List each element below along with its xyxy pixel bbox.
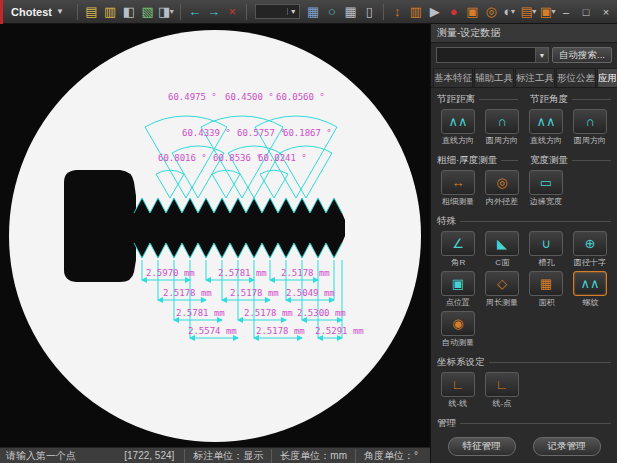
measure-height-icon[interactable]: ↕: [389, 3, 406, 21]
area-button[interactable]: ▦ 面积: [524, 271, 568, 309]
cursor-coordinates: [1722, 524]: [114, 450, 184, 461]
feature-select-combobox[interactable]: ▼: [436, 47, 549, 63]
special-buttons-row1: ∠ 角R ◣ C面 ∪ 槽孔 ⊕ 圆径十字: [431, 231, 617, 271]
chamfer-icon: ◣: [485, 231, 519, 256]
bars-icon[interactable]: ▥: [408, 3, 425, 21]
edge-width-button[interactable]: ▭ 边缘宽度: [524, 170, 568, 208]
auto-measure-button[interactable]: ◉ 自动测量: [436, 311, 480, 349]
window-controls: – □ ×: [559, 6, 613, 18]
line-point-button[interactable]: ∟ 线-点: [480, 372, 524, 410]
distance-measurement-label: 2.5178 mm: [256, 326, 305, 336]
feature-manage-button[interactable]: 特征管理: [448, 437, 516, 456]
angle-measurement-label: 60.0560 °: [276, 92, 325, 102]
accent-strip: [0, 0, 3, 24]
point-position-icon: ▣: [441, 271, 475, 296]
section-pitch-distance: 节距距离: [437, 93, 518, 106]
section-special: 特殊: [437, 215, 611, 228]
corner-r-button[interactable]: ∠ 角R: [436, 231, 480, 269]
thread-button[interactable]: ∧∧ 螺纹: [568, 271, 612, 309]
edit-icon[interactable]: ▧: [139, 3, 156, 21]
toolbar-separator: [383, 4, 384, 20]
magnifier-icon[interactable]: ○: [323, 3, 340, 21]
perimeter-icon: ◇: [485, 271, 519, 296]
close-button[interactable]: ×: [599, 6, 613, 18]
pitch-angle-circular-button[interactable]: ∩ 圆周方向: [568, 109, 612, 147]
measurement-canvas: [0, 24, 430, 447]
image-icon[interactable]: ▦: [305, 3, 322, 21]
undo-arrow-icon[interactable]: ←: [186, 3, 203, 21]
play-icon[interactable]: ▶: [426, 3, 443, 21]
pitch-distance-linear-button[interactable]: ∧∧ 直线方向: [436, 109, 480, 147]
snapshot-icon[interactable]: ▣: [464, 3, 481, 21]
tab-application-tools[interactable]: 应用工具: [597, 68, 617, 87]
section-pitch-angle: 节距角度: [530, 93, 611, 106]
distance-measurement-label: 2.5178 mm: [281, 268, 330, 278]
chevron-down-icon: ▼: [531, 8, 538, 15]
compass-icon[interactable]: ◐▼: [502, 3, 519, 21]
maximize-button[interactable]: □: [579, 6, 593, 18]
point-position-button[interactable]: ▣ 点位置: [436, 271, 480, 309]
delete-icon[interactable]: ×: [224, 3, 241, 21]
ruler-icon[interactable]: ▯: [361, 3, 378, 21]
edge-width-icon: ▭: [529, 170, 563, 195]
angle-measurement-label: 60.5757 °: [237, 128, 286, 138]
perimeter-button[interactable]: ◇ 周长测量: [480, 271, 524, 309]
tab-aux-tools[interactable]: 辅助工具: [474, 68, 514, 87]
minimize-button[interactable]: –: [559, 6, 573, 18]
redo-arrow-icon[interactable]: →: [205, 3, 222, 21]
open-folder-icon[interactable]: ▤: [83, 3, 100, 21]
layers-icon[interactable]: ▤▼: [520, 3, 537, 21]
linear-angle-icon: ∧∧: [529, 109, 563, 134]
app-menu-button[interactable]: Chotest ▼: [5, 0, 72, 24]
grid-icon[interactable]: ▦: [342, 3, 359, 21]
distance-measurement-label: 2.5574 mm: [188, 326, 237, 336]
thickness-icon: ↔: [441, 170, 475, 195]
save-project-icon[interactable]: ▥: [102, 3, 119, 21]
left-column: 60.4975 ° 60.4500 ° 60.0560 ° 60.4339 ° …: [0, 24, 430, 463]
film-icon[interactable]: ◧: [120, 3, 137, 21]
chevron-down-icon: ▼: [287, 8, 299, 15]
inner-outer-diameter-button[interactable]: ◎ 内外径差: [480, 170, 524, 208]
slot-hole-button[interactable]: ∪ 槽孔: [524, 231, 568, 269]
slot-icon: ∪: [529, 231, 563, 256]
pitch-angle-linear-button[interactable]: ∧∧ 直线方向: [524, 109, 568, 147]
distance-measurement-label: 2.5178 mm: [230, 288, 279, 298]
angle-measurement-label: 60.4339 °: [182, 128, 231, 138]
app-menu-label: Chotest: [11, 6, 52, 18]
distance-measurement-label: 2.5970 mm: [146, 268, 195, 278]
circle-cross-button[interactable]: ⊕ 圆径十字: [568, 231, 612, 269]
manage-buttons: 特征管理 记录管理: [431, 433, 617, 458]
distance-measurement-label: 2.5178 mm: [163, 288, 212, 298]
tab-geometric-tolerance[interactable]: 形位公差: [556, 68, 596, 87]
tab-annotation-tools[interactable]: 标注工具: [515, 68, 555, 87]
auto-search-button[interactable]: 自动搜索...: [552, 47, 612, 63]
camera-viewport[interactable]: 60.4975 ° 60.4500 ° 60.0560 ° 60.4339 ° …: [0, 24, 430, 447]
toolbar-separator: [77, 4, 78, 20]
chevron-down-icon: ▼: [509, 8, 516, 15]
angle-measurement-label: 60.8536 °: [213, 153, 262, 163]
panel-title: 测量-设定数据: [431, 24, 617, 43]
crosshair-icon: ⊕: [573, 231, 607, 256]
user-icon[interactable]: ▣▼: [540, 3, 557, 21]
pitch-distance-circular-button[interactable]: ∩ 圆周方向: [480, 109, 524, 147]
save-as-icon[interactable]: ◨▼: [158, 3, 175, 21]
linear-pitch-icon: ∧∧: [441, 109, 475, 134]
record-manage-button[interactable]: 记录管理: [533, 437, 601, 456]
section-manage: 管理: [437, 417, 611, 430]
toolbar-combobox[interactable]: ▼: [255, 4, 300, 19]
angle-measurement-label: 60.4500 °: [225, 92, 274, 102]
distance-measurement-label: 2.5049 mm: [286, 288, 335, 298]
tab-basic-features[interactable]: 基本特征: [433, 68, 473, 87]
circular-angle-icon: ∩: [573, 109, 607, 134]
c-face-button[interactable]: ◣ C面: [480, 231, 524, 269]
angle-measurement-label: 60.1867 °: [283, 128, 332, 138]
pitch-buttons: ∧∧ 直线方向 ∩ 圆周方向 ∧∧ 直线方向 ∩ 圆周方向: [431, 109, 617, 149]
section-coordinate-system: 坐标系设定: [437, 356, 611, 369]
toolbar: Chotest ▼ ▤ ▥ ◧ ▧ ◨▼ ← → × ▼ ▦ ○ ▦ ▯ ↕ ▥…: [0, 0, 617, 24]
record-icon[interactable]: ●: [445, 3, 462, 21]
line-line-button[interactable]: ∟ 线-线: [436, 372, 480, 410]
distance-measurement-label: 2.5300 mm: [297, 308, 346, 318]
thickness-measure-button[interactable]: ↔ 粗细测量: [436, 170, 480, 208]
target-icon[interactable]: ◎: [483, 3, 500, 21]
special-buttons-row3: ◉ 自动测量: [431, 311, 617, 351]
